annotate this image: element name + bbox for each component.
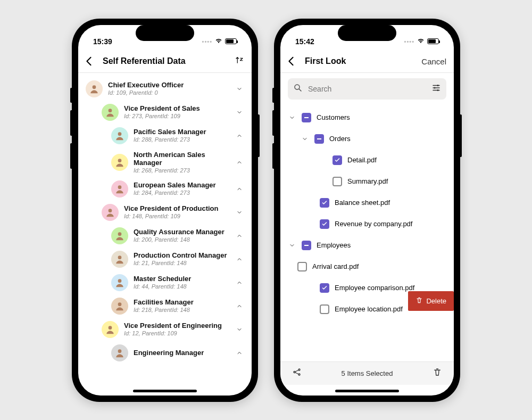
expand-toggle[interactable]	[301, 136, 309, 142]
cellular-icon: ••••	[202, 38, 212, 45]
row-title: Chief Executive Officer	[108, 81, 229, 89]
back-button[interactable]	[288, 56, 300, 66]
row-text: Vice President of ProductionId: 148, Par…	[124, 204, 229, 220]
row-subtitle: Id: 284, ParentId: 273	[134, 190, 229, 196]
checkbox[interactable]	[320, 219, 329, 229]
search-icon	[293, 83, 303, 95]
tree-row[interactable]: Employees	[280, 235, 454, 256]
expand-toggle[interactable]	[235, 209, 244, 216]
row-title: Production Control Manager	[134, 251, 229, 260]
row-subtitle: Id: 44, ParentId: 148	[134, 283, 229, 290]
home-indicator	[335, 390, 399, 392]
status-time: 15:39	[93, 37, 112, 46]
avatar	[111, 227, 128, 244]
svg-point-7	[118, 256, 122, 259]
content[interactable]: CustomersOrdersDetail.pdfSummary.pdfBala…	[280, 105, 454, 396]
svg-point-18	[298, 374, 300, 375]
row-title: Vice President of Engineering	[124, 322, 229, 330]
tree-row[interactable]: Balance sheet.pdf	[280, 192, 454, 213]
expand-toggle[interactable]	[288, 242, 296, 249]
row-subtitle: Id: 273, ParentId: 109	[124, 113, 229, 120]
expand-toggle[interactable]	[235, 279, 244, 286]
checkbox[interactable]	[320, 304, 329, 314]
status-icons: ••••	[404, 37, 439, 45]
tree-row[interactable]: Vice President of ProductionId: 148, Par…	[78, 201, 252, 224]
cancel-button[interactable]: Cancel	[421, 57, 446, 66]
battery-icon	[427, 38, 439, 44]
row-title: Facilities Manager	[134, 298, 229, 307]
filter-icon[interactable]	[431, 83, 441, 95]
row-title: Pacific Sales Manager	[134, 128, 229, 136]
tree-row[interactable]: Detail.pdf	[280, 150, 454, 171]
notch	[136, 25, 194, 41]
tree-row[interactable]: Pacific Sales ManagerId: 288, ParentId: …	[78, 124, 252, 147]
delete-label: Delete	[426, 297, 446, 305]
tree-row[interactable]: Orders	[280, 128, 454, 150]
status-icons: ••••	[202, 37, 237, 45]
tree-row[interactable]: Quality Assurance ManagerId: 200, Parent…	[78, 224, 252, 248]
search-input[interactable]	[308, 85, 426, 93]
search-bar[interactable]	[288, 78, 446, 100]
expand-toggle[interactable]	[235, 303, 244, 309]
tree-row[interactable]: Vice President of SalesId: 273, ParentId…	[78, 101, 252, 124]
avatar	[111, 274, 128, 291]
side-button-right	[258, 114, 260, 157]
checkbox[interactable]	[302, 241, 311, 250]
avatar	[111, 127, 128, 144]
selected-count: 5 Items Selected	[342, 369, 393, 377]
checkbox[interactable]	[297, 262, 307, 271]
tree-row[interactable]: Revenue by company.pdf	[280, 213, 454, 235]
svg-point-16	[294, 372, 295, 373]
avatar	[102, 321, 119, 338]
tree-row[interactable]: European Sales ManagerId: 284, ParentId:…	[78, 177, 252, 201]
expand-toggle[interactable]	[235, 256, 244, 262]
expand-toggle[interactable]	[235, 186, 244, 192]
tree-row[interactable]: Engineering Manager	[78, 341, 252, 365]
trash-button[interactable]	[433, 367, 442, 379]
trash-icon	[415, 297, 423, 306]
row-text: Chief Executive OfficerId: 109, ParentId…	[108, 81, 229, 96]
tree-row[interactable]: Chief Executive OfficerId: 109, ParentId…	[78, 77, 252, 101]
bottom-bar: 5 Items Selected	[280, 361, 454, 385]
expand-toggle[interactable]	[235, 133, 244, 139]
checkbox[interactable]	[320, 283, 329, 293]
expand-toggle[interactable]	[235, 233, 244, 239]
checkbox[interactable]	[320, 198, 329, 208]
checkbox[interactable]	[302, 113, 311, 122]
svg-point-13	[437, 85, 439, 86]
checkbox[interactable]	[314, 134, 324, 144]
tree-row[interactable]: Customers	[280, 107, 454, 128]
tree-row[interactable]: Master SchedulerId: 44, ParentId: 148	[78, 271, 252, 294]
svg-point-11	[118, 349, 122, 353]
tree-row[interactable]: Summary.pdf	[280, 171, 454, 192]
row-text: Engineering Manager	[134, 349, 229, 357]
tree-label: Arrival card.pdf	[312, 262, 446, 270]
delete-button[interactable]: Delete	[408, 291, 454, 311]
checkbox[interactable]	[332, 155, 342, 165]
tree-row[interactable]: Production Control ManagerId: 21, Parent…	[78, 248, 252, 271]
checkbox[interactable]	[332, 177, 342, 186]
avatar	[111, 180, 128, 197]
tree-row[interactable]: Arrival card.pdf	[280, 256, 454, 277]
phone-right: 15:42 •••• First Look Cancel	[274, 19, 460, 402]
back-button[interactable]	[86, 56, 97, 66]
expand-toggle[interactable]	[235, 109, 244, 116]
svg-point-6	[118, 232, 122, 236]
tree-row[interactable]: North American Sales ManagerId: 268, Par…	[78, 147, 252, 177]
expand-toggle[interactable]	[288, 114, 296, 121]
expand-toggle[interactable]	[235, 159, 244, 166]
avatar	[111, 298, 128, 315]
sort-az-button[interactable]	[235, 55, 244, 67]
expand-toggle[interactable]	[235, 326, 244, 333]
expand-toggle[interactable]	[235, 350, 244, 356]
side-buttons-left	[272, 88, 274, 169]
share-button[interactable]	[292, 367, 302, 379]
tree-row[interactable]: Vice President of EngineeringId: 12, Par…	[78, 318, 252, 341]
content[interactable]: Chief Executive OfficerId: 109, ParentId…	[78, 73, 252, 396]
header: Self Referential Data	[78, 51, 252, 73]
avatar	[111, 154, 128, 171]
row-subtitle: Id: 12, ParentId: 109	[124, 330, 229, 337]
tree-row[interactable]: Facilities ManagerId: 218, ParentId: 148	[78, 294, 252, 318]
avatar	[111, 344, 128, 361]
expand-toggle[interactable]	[235, 86, 244, 92]
